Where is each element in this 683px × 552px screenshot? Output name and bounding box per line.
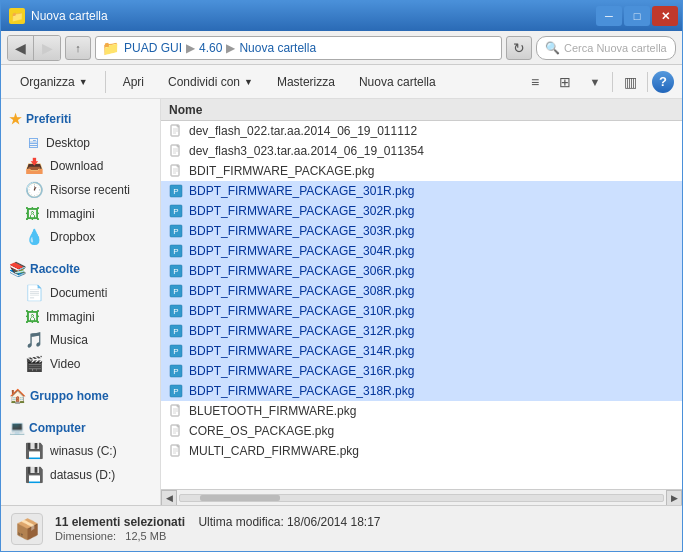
pkg-file-icon: P <box>169 344 183 358</box>
file-name: BDPT_FIRMWARE_PACKAGE_306R.pkg <box>189 264 414 278</box>
table-row[interactable]: PBDPT_FIRMWARE_PACKAGE_304R.pkg <box>161 241 682 261</box>
sidebar-item-datasus[interactable]: 💾 datasus (D:) <box>1 463 160 487</box>
view-detail-button[interactable]: ≡ <box>522 70 548 94</box>
video-icon: 🎬 <box>25 355 44 373</box>
sidebar-item-dropbox[interactable]: 💧 Dropbox <box>1 225 160 249</box>
svg-text:P: P <box>173 387 178 396</box>
sidebar-item-winasus[interactable]: 💾 winasus (C:) <box>1 439 160 463</box>
raccolte-label: Raccolte <box>30 262 80 276</box>
main-window: 📁 Nuova cartella ─ □ ✕ ◀ ▶ ↑ 📁 PUAD GUI … <box>0 0 683 552</box>
table-row[interactable]: BDIT_FIRMWARE_PACKAGE.pkg <box>161 161 682 181</box>
table-row[interactable]: CORE_OS_PACKAGE.pkg <box>161 421 682 441</box>
table-row[interactable]: dev_flash3_023.tar.aa.2014_06_19_011354 <box>161 141 682 161</box>
gruppohome-label: Gruppo home <box>30 389 109 403</box>
immagini2-label: Immagini <box>46 310 95 324</box>
table-row[interactable]: PBDPT_FIRMWARE_PACKAGE_302R.pkg <box>161 201 682 221</box>
star-icon: ★ <box>9 111 22 127</box>
table-row[interactable]: PBDPT_FIRMWARE_PACKAGE_306R.pkg <box>161 261 682 281</box>
breadcrumb-folder[interactable]: Nuova cartella <box>239 41 316 55</box>
table-row[interactable]: PBDPT_FIRMWARE_PACKAGE_308R.pkg <box>161 281 682 301</box>
sidebar-section-header-computer[interactable]: 💻 Computer <box>1 416 160 439</box>
svg-text:P: P <box>173 247 178 256</box>
burn-label: Masterizza <box>277 75 335 89</box>
preview-pane-button[interactable]: ▥ <box>617 70 643 94</box>
window-icon: 📁 <box>9 8 25 24</box>
svg-text:P: P <box>173 347 178 356</box>
desktop-label: Desktop <box>46 136 90 150</box>
forward-button[interactable]: ▶ <box>34 36 60 60</box>
desktop-icon: 🖥 <box>25 134 40 151</box>
open-button[interactable]: Apri <box>112 69 155 95</box>
share-button[interactable]: Condividi con ▼ <box>157 69 264 95</box>
table-row[interactable]: PBDPT_FIRMWARE_PACKAGE_312R.pkg <box>161 321 682 341</box>
up-button[interactable]: ↑ <box>65 36 91 60</box>
generic-file-icon <box>169 444 183 458</box>
search-bar: 🔍 Cerca Nuova cartella <box>536 36 676 60</box>
help-button[interactable]: ? <box>652 71 674 93</box>
file-name: BDPT_FIRMWARE_PACKAGE_312R.pkg <box>189 324 414 338</box>
table-row[interactable]: BLUETOOTH_FIRMWARE.pkg <box>161 401 682 421</box>
sidebar-item-immagini2[interactable]: 🖼 Immagini <box>1 305 160 328</box>
sidebar-section-header-gruppohome[interactable]: 🏠 Gruppo home <box>1 384 160 408</box>
table-row[interactable]: MULTI_CARD_FIRMWARE.pkg <box>161 441 682 461</box>
minimize-button[interactable]: ─ <box>596 6 622 26</box>
breadcrumb-puad[interactable]: PUAD GUI <box>124 41 182 55</box>
sidebar-item-documenti[interactable]: 📄 Documenti <box>1 281 160 305</box>
status-modified-label: Ultima modifica: <box>198 515 283 529</box>
table-row[interactable]: dev_flash_022.tar.aa.2014_06_19_011112 <box>161 121 682 141</box>
table-row[interactable]: PBDPT_FIRMWARE_PACKAGE_318R.pkg <box>161 381 682 401</box>
refresh-button[interactable]: ↻ <box>506 36 532 60</box>
scroll-right-button[interactable]: ▶ <box>666 490 682 506</box>
download-label: Download <box>50 159 103 173</box>
sidebar-section-header-raccolte[interactable]: 📚 Raccolte <box>1 257 160 281</box>
back-button[interactable]: ◀ <box>8 36 34 60</box>
computer-icon: 💻 <box>9 420 25 435</box>
svg-text:P: P <box>173 327 178 336</box>
sidebar-item-immagini[interactable]: 🖼 Immagini <box>1 202 160 225</box>
sidebar-item-download[interactable]: 📥 Download <box>1 154 160 178</box>
file-list[interactable]: dev_flash_022.tar.aa.2014_06_19_011112de… <box>161 121 682 489</box>
immagini2-icon: 🖼 <box>25 308 40 325</box>
table-row[interactable]: PBDPT_FIRMWARE_PACKAGE_316R.pkg <box>161 361 682 381</box>
table-row[interactable]: PBDPT_FIRMWARE_PACKAGE_310R.pkg <box>161 301 682 321</box>
documenti-label: Documenti <box>50 286 107 300</box>
scroll-left-button[interactable]: ◀ <box>161 490 177 506</box>
pkg-file-icon: P <box>169 324 183 338</box>
pkg-file-icon: P <box>169 384 183 398</box>
sidebar-item-video[interactable]: 🎬 Video <box>1 352 160 376</box>
table-row[interactable]: PBDPT_FIRMWARE_PACKAGE_301R.pkg <box>161 181 682 201</box>
new-folder-button[interactable]: Nuova cartella <box>348 69 447 95</box>
pkg-file-icon: P <box>169 184 183 198</box>
breadcrumb-folder-icon: 📁 <box>102 40 119 56</box>
new-folder-label: Nuova cartella <box>359 75 436 89</box>
view-toggle-button[interactable]: ▼ <box>582 70 608 94</box>
download-folder-icon: 📥 <box>25 157 44 175</box>
file-name: BDPT_FIRMWARE_PACKAGE_303R.pkg <box>189 224 414 238</box>
maximize-button[interactable]: □ <box>624 6 650 26</box>
pkg-file-icon: P <box>169 224 183 238</box>
pkg-file-icon: P <box>169 264 183 278</box>
datasus-label: datasus (D:) <box>50 468 115 482</box>
share-chevron: ▼ <box>244 77 253 87</box>
pkg-file-icon: P <box>169 304 183 318</box>
sidebar-item-desktop[interactable]: 🖥 Desktop <box>1 131 160 154</box>
share-label: Condividi con <box>168 75 240 89</box>
horizontal-scrollbar[interactable]: ◀ ▶ <box>161 489 682 505</box>
sidebar-section-header-preferiti[interactable]: ★ Preferiti <box>1 107 160 131</box>
breadcrumb-version[interactable]: 4.60 <box>199 41 222 55</box>
video-label: Video <box>50 357 80 371</box>
organize-chevron: ▼ <box>79 77 88 87</box>
gruppohome-icon: 🏠 <box>9 388 26 404</box>
sidebar-item-recent[interactable]: 🕐 Risorse recenti <box>1 178 160 202</box>
burn-button[interactable]: Masterizza <box>266 69 346 95</box>
close-button[interactable]: ✕ <box>652 6 678 26</box>
table-row[interactable]: PBDPT_FIRMWARE_PACKAGE_303R.pkg <box>161 221 682 241</box>
sidebar-item-musica[interactable]: 🎵 Musica <box>1 328 160 352</box>
organize-button[interactable]: Organizza ▼ <box>9 69 99 95</box>
file-name: CORE_OS_PACKAGE.pkg <box>189 424 334 438</box>
sidebar-section-raccolte: 📚 Raccolte 📄 Documenti 🖼 Immagini 🎵 Musi… <box>1 257 160 376</box>
datasus-icon: 💾 <box>25 466 44 484</box>
organize-label: Organizza <box>20 75 75 89</box>
table-row[interactable]: PBDPT_FIRMWARE_PACKAGE_314R.pkg <box>161 341 682 361</box>
view-list-button[interactable]: ⊞ <box>552 70 578 94</box>
